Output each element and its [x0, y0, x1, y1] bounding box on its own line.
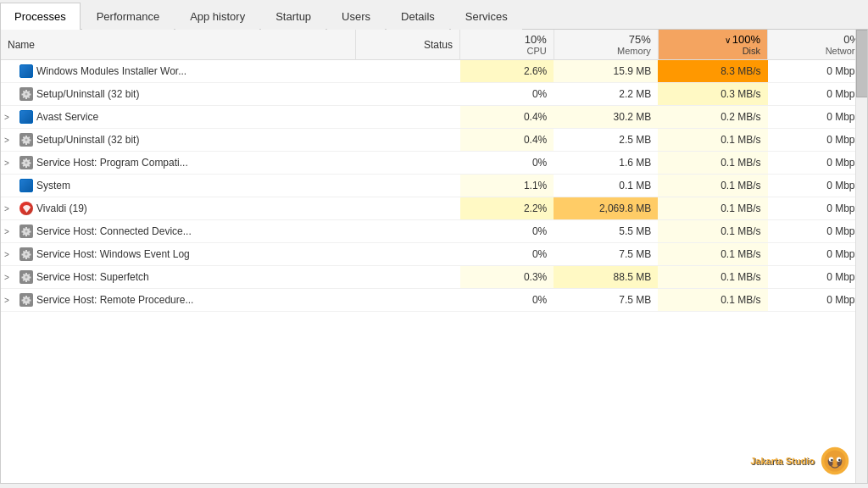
tab-bar: Processes Performance App history Startu… — [0, 0, 868, 30]
app-icon-window — [19, 64, 33, 78]
table-row[interactable]: > Service Host: Connected Device... 0% 5… — [1, 220, 867, 243]
table-row[interactable]: System 1.1% 0.1 MB 0.1 MB/s 0 Mbps — [1, 175, 867, 197]
cell-disk: 0.1 MB/s — [658, 289, 767, 312]
th-cpu[interactable]: 10% CPU — [460, 30, 554, 60]
tab-processes[interactable]: Processes — [0, 3, 81, 30]
tab-app-history[interactable]: App history — [175, 3, 259, 30]
cell-cpu: 0.4% — [460, 106, 554, 129]
cell-name: > Avast Service — [1, 106, 355, 129]
sort-arrow-icon: ∨ — [725, 36, 731, 45]
svg-point-1 — [25, 139, 28, 141]
app-icon-window — [19, 179, 33, 192]
th-disk[interactable]: ∨100% Disk — [658, 30, 767, 60]
app-icon-gear — [19, 133, 33, 147]
table-row[interactable]: > Service Host: Program Compati... 0% 1.… — [1, 152, 867, 175]
svg-point-4 — [25, 253, 28, 256]
tab-details[interactable]: Details — [387, 3, 449, 30]
scrollbar[interactable] — [855, 30, 867, 483]
cell-disk: 0.1 MB/s — [658, 243, 767, 266]
tab-startup[interactable]: Startup — [261, 3, 326, 30]
table-row[interactable]: > Vivaldi (19) 2.2% 2,069.8 MB 0.1 MB/s … — [1, 197, 867, 220]
table-row[interactable]: > Service Host: Windows Event Log 0% 7.5… — [1, 243, 867, 266]
app-icon-gear — [19, 270, 33, 284]
table-row[interactable]: Windows Modules Installer Wor... 2.6% 15… — [1, 60, 867, 83]
cell-cpu: 0% — [460, 152, 554, 175]
cell-name: > Setup/Uninstall (32 bit) — [1, 129, 355, 152]
cell-name: > Service Host: Connected Device... — [1, 220, 355, 243]
process-name: Service Host: Remote Procedure... — [36, 294, 193, 306]
watermark-text: Jakarta Studio — [750, 456, 815, 466]
process-name: Service Host: Program Compati... — [36, 157, 188, 169]
cell-name: Setup/Uninstall (32 bit) — [1, 83, 355, 106]
svg-point-0 — [25, 93, 28, 96]
th-status[interactable]: Status — [355, 30, 459, 60]
watermark-logo-icon — [820, 446, 850, 476]
th-disk-percent: 100% — [732, 33, 760, 46]
cell-cpu: 1.1% — [460, 175, 554, 197]
th-name[interactable]: Name — [1, 30, 355, 60]
table-row[interactable]: > Setup/Uninstall (32 bit) 0.4% 2.5 MB 0… — [1, 129, 867, 152]
cell-name: > Service Host: Superfetch — [1, 266, 355, 289]
th-network-percent: 0% — [775, 33, 860, 46]
cell-status — [355, 129, 459, 152]
tab-performance[interactable]: Performance — [82, 3, 174, 30]
svg-point-8 — [824, 450, 845, 471]
cell-name: System — [1, 175, 355, 197]
table-row[interactable]: > Service Host: Superfetch 0.3% 88.5 MB … — [1, 266, 867, 289]
cell-memory: 7.5 MB — [554, 243, 658, 266]
process-name: Avast Service — [36, 111, 98, 123]
cell-name: Windows Modules Installer Wor... — [1, 60, 355, 83]
tab-services[interactable]: Services — [451, 3, 522, 30]
cell-status — [355, 197, 459, 220]
cell-disk: 0.1 MB/s — [658, 220, 767, 243]
cell-cpu: 0% — [460, 243, 554, 266]
app-icon-gear — [19, 293, 33, 307]
cell-status — [355, 266, 459, 289]
cell-memory: 1.6 MB — [554, 152, 658, 175]
cell-cpu: 0.3% — [460, 266, 554, 289]
cell-disk: 0.1 MB/s — [658, 197, 767, 220]
cell-status — [355, 175, 459, 197]
expand-arrow-icon[interactable]: > — [4, 227, 16, 236]
cell-name: > Vivaldi (19) — [1, 197, 355, 220]
th-memory-label: Memory — [561, 46, 651, 56]
th-cpu-label: CPU — [467, 46, 547, 56]
svg-point-13 — [831, 459, 833, 462]
svg-point-5 — [25, 276, 28, 279]
cell-memory: 88.5 MB — [554, 266, 658, 289]
table-row[interactable]: > Service Host: Remote Procedure... 0% 7… — [1, 289, 867, 312]
process-table: Name Status 10% CPU 75% Memory ∨100% — [1, 30, 867, 312]
scrollbar-thumb[interactable] — [856, 30, 867, 97]
th-network[interactable]: 0% Network — [768, 30, 867, 60]
expand-arrow-icon[interactable]: > — [4, 113, 16, 122]
app-icon-gear — [19, 247, 33, 261]
cell-network: 0 Mbps — [768, 243, 867, 266]
cell-name: > Service Host: Program Compati... — [1, 152, 355, 175]
expand-arrow-icon[interactable]: > — [4, 250, 16, 259]
process-name: Service Host: Superfetch — [36, 271, 149, 283]
table-row[interactable]: > Avast Service 0.4% 30.2 MB 0.2 MB/s 0 … — [1, 106, 867, 129]
cell-status — [355, 106, 459, 129]
cell-network: 0 Mbps — [768, 152, 867, 175]
cell-memory: 2.2 MB — [554, 83, 658, 106]
cell-status — [355, 220, 459, 243]
cell-cpu: 0.4% — [460, 129, 554, 152]
table-row[interactable]: Setup/Uninstall (32 bit) 0% 2.2 MB 0.3 M… — [1, 83, 867, 106]
th-disk-label: Disk — [665, 46, 760, 56]
main-content: Name Status 10% CPU 75% Memory ∨100% — [0, 30, 868, 484]
cell-network: 0 Mbps — [768, 266, 867, 289]
th-memory[interactable]: 75% Memory — [554, 30, 658, 60]
process-name: System — [36, 180, 70, 191]
cell-memory: 5.5 MB — [554, 220, 658, 243]
expand-arrow-icon[interactable]: > — [4, 158, 16, 168]
expand-arrow-icon[interactable]: > — [4, 273, 16, 282]
expand-arrow-icon[interactable]: > — [4, 204, 16, 214]
expand-arrow-icon[interactable]: > — [4, 296, 16, 305]
cell-network: 0 Mbps — [768, 175, 867, 197]
th-cpu-percent: 10% — [467, 33, 547, 46]
cell-memory: 0.1 MB — [554, 175, 658, 197]
expand-arrow-icon[interactable]: > — [4, 136, 16, 145]
tab-users[interactable]: Users — [327, 3, 385, 30]
svg-point-3 — [25, 230, 28, 233]
cell-memory: 2,069.8 MB — [554, 197, 658, 220]
